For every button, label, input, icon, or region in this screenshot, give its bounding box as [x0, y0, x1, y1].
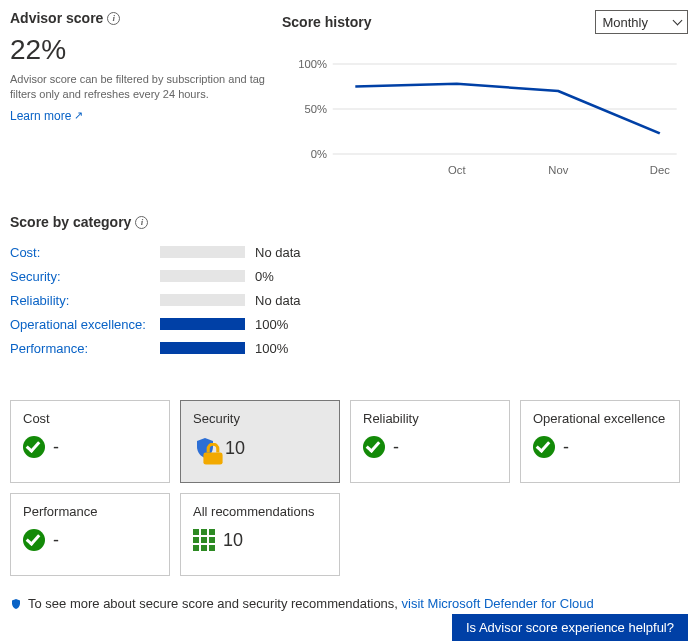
tile-operational-excellence[interactable]: Operational excellence-: [520, 400, 680, 483]
tile-reliability[interactable]: Reliability-: [350, 400, 510, 483]
tile-title: Reliability: [363, 411, 497, 426]
advisor-help-text: Advisor score can be filtered by subscri…: [10, 72, 270, 103]
category-row: Security:0%: [10, 264, 688, 288]
category-row: Operational excellence:100%: [10, 312, 688, 336]
category-label[interactable]: Performance:: [10, 341, 160, 356]
category-label[interactable]: Cost:: [10, 245, 160, 260]
tile-value: 10: [223, 530, 243, 551]
history-range-select[interactable]: Monthly: [595, 10, 688, 34]
category-label[interactable]: Security:: [10, 269, 160, 284]
learn-more-label: Learn more: [10, 109, 71, 123]
tile-value: -: [53, 530, 59, 551]
category-row: Cost:No data: [10, 240, 688, 264]
feedback-prompt[interactable]: Is Advisor score experience helpful?: [452, 614, 688, 641]
check-icon: [23, 529, 45, 551]
category-value: 100%: [255, 341, 288, 356]
tile-all-recommendations[interactable]: All recommendations10: [180, 493, 340, 576]
score-history-heading: Score history: [282, 14, 371, 30]
category-row: Reliability:No data: [10, 288, 688, 312]
category-bar: [160, 270, 245, 282]
tile-grid: Cost-Security10Reliability-Operational e…: [10, 400, 688, 576]
external-link-icon: ↗: [74, 109, 83, 122]
category-value: No data: [255, 293, 301, 308]
tile-title: All recommendations: [193, 504, 327, 519]
footer-text: To see more about secure score and secur…: [28, 596, 402, 611]
category-bar: [160, 342, 245, 354]
tile-performance[interactable]: Performance-: [10, 493, 170, 576]
advisor-score-heading: Advisor score: [10, 10, 103, 26]
category-label[interactable]: Operational excellence:: [10, 317, 160, 332]
tile-title: Cost: [23, 411, 157, 426]
tile-value: -: [53, 437, 59, 458]
tile-value: 10: [225, 438, 245, 459]
category-value: 100%: [255, 317, 288, 332]
grid-icon: [193, 529, 215, 551]
info-icon[interactable]: i: [135, 216, 148, 229]
category-row: Performance:100%: [10, 336, 688, 360]
chevron-down-icon: [673, 15, 683, 25]
defender-link[interactable]: visit Microsoft Defender for Cloud: [402, 596, 594, 611]
category-value: No data: [255, 245, 301, 260]
info-icon[interactable]: i: [107, 12, 120, 25]
xtick-nov: Nov: [548, 165, 569, 176]
check-icon: [23, 436, 45, 458]
score-history-chart: 100% 50% 0% Oct Nov Dec: [282, 44, 688, 184]
tile-value: -: [563, 437, 569, 458]
tile-title: Performance: [23, 504, 157, 519]
tile-security[interactable]: Security10: [180, 400, 340, 483]
ytick-50: 50%: [305, 104, 328, 115]
tile-value: -: [393, 437, 399, 458]
xtick-dec: Dec: [650, 165, 671, 176]
tile-title: Security: [193, 411, 327, 426]
tile-cost[interactable]: Cost-: [10, 400, 170, 483]
svg-rect-3: [203, 453, 222, 465]
shield-icon: [193, 436, 217, 460]
ytick-100: 100%: [298, 59, 327, 70]
check-icon: [363, 436, 385, 458]
ytick-0: 0%: [311, 149, 328, 160]
learn-more-link[interactable]: Learn more ↗: [10, 109, 83, 123]
score-by-category-heading: Score by category: [10, 214, 131, 230]
shield-info-icon: [10, 598, 22, 610]
category-bar: [160, 294, 245, 306]
category-list: Cost:No dataSecurity:0%Reliability:No da…: [10, 240, 688, 360]
check-icon: [533, 436, 555, 458]
tile-title: Operational excellence: [533, 411, 667, 426]
category-bar: [160, 318, 245, 330]
advisor-score-value: 22%: [10, 34, 270, 66]
category-value: 0%: [255, 269, 274, 284]
xtick-oct: Oct: [448, 165, 466, 176]
category-bar: [160, 246, 245, 258]
category-label[interactable]: Reliability:: [10, 293, 160, 308]
history-range-value: Monthly: [602, 15, 648, 30]
